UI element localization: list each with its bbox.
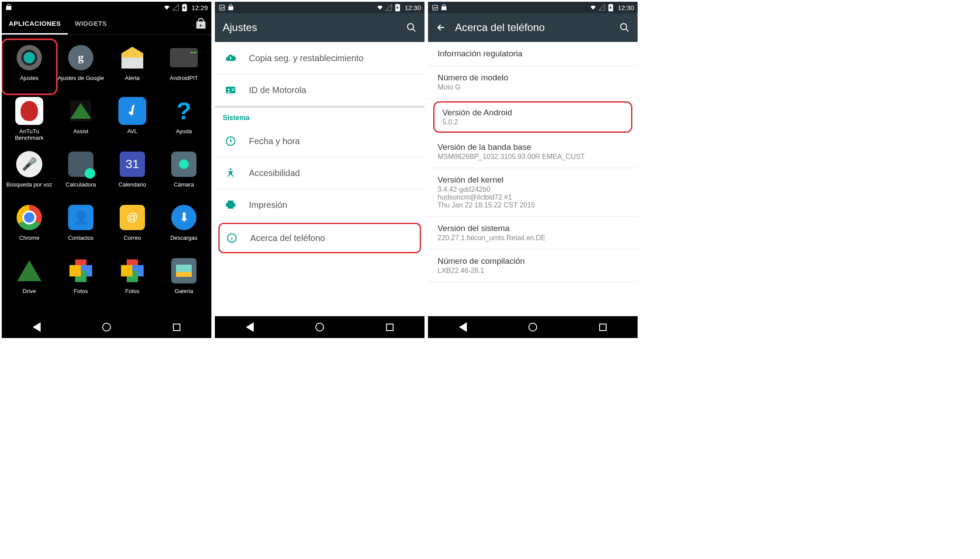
search-icon[interactable]: [406, 22, 417, 33]
svg-rect-8: [231, 89, 235, 90]
app-label: Búsqueda por voz: [7, 182, 52, 196]
app-voice[interactable]: 🎤Búsqueda por voz: [3, 148, 55, 199]
androidpit-icon: •• ••: [169, 43, 199, 72]
app-label: Chrome: [19, 235, 39, 249]
status-bar: 12:30: [428, 2, 638, 13]
app-camera[interactable]: Cámara: [158, 148, 210, 199]
app-calc[interactable]: Calculadora: [55, 148, 107, 199]
nav-recents-button[interactable]: [597, 322, 608, 332]
nav-recents-button[interactable]: [171, 322, 182, 332]
about-row-primary: Versión de Android: [442, 108, 623, 117]
about-row-secondary: MSM8626BP_1032.3105.93.00R EMEA_CUST: [438, 153, 628, 161]
app-label: Calculadora: [66, 182, 96, 196]
app-mail[interactable]: @Correo: [107, 201, 158, 252]
settings-row-accessibility[interactable]: Accesibilidad: [215, 157, 424, 189]
about-row-primary: Información regulatoria: [438, 49, 628, 59]
about-row[interactable]: Versión del kernel3.4.42-gdd242b0 hudson…: [428, 168, 638, 217]
app-antutu[interactable]: AnTuTu Benchmark: [3, 94, 55, 146]
search-icon[interactable]: [619, 22, 630, 33]
app-label: Fotos: [125, 288, 140, 302]
app-settings[interactable]: Ajustes: [3, 41, 55, 93]
screenshot-icon: [431, 4, 438, 11]
app-contacts[interactable]: 👤Contactos: [55, 201, 107, 252]
page-title: Acerca del teléfono: [455, 21, 611, 34]
app-label: AVL: [127, 128, 138, 142]
about-row[interactable]: Versión de la banda baseMSM8626BP_1032.3…: [428, 135, 638, 168]
settings-row-label: ID de Motorola: [249, 85, 306, 95]
settings-row-print[interactable]: Impresión: [215, 189, 424, 221]
about-row-secondary: 220.27.1.falcon_umts.Retail.en.DE: [438, 234, 628, 242]
nav-home-button[interactable]: [528, 322, 538, 332]
wifi-icon: [163, 4, 170, 11]
battery-charging-icon: [181, 4, 188, 11]
about-row[interactable]: Versión de Android5.0.2: [433, 101, 632, 133]
app-help[interactable]: ?Ayuda: [158, 94, 210, 146]
nav-back-button[interactable]: [31, 322, 42, 332]
tab-widgets[interactable]: WIDGETS: [68, 13, 114, 35]
about-row-primary: Versión del sistema: [438, 224, 628, 233]
app-photos[interactable]: Fotos: [55, 254, 107, 306]
settings-row-label: Acerca del teléfono: [250, 233, 325, 243]
app-assist[interactable]: Assist: [55, 94, 107, 146]
app-photos[interactable]: Fotos: [107, 254, 158, 306]
about-list[interactable]: Información regulatoriaNúmero de modeloM…: [428, 42, 638, 316]
clock-icon: [224, 135, 237, 147]
app-google-settings[interactable]: gAjustes de Google: [55, 41, 107, 93]
app-alert[interactable]: Alerta: [107, 41, 158, 93]
camera-icon: [169, 149, 199, 179]
toolbar: Acerca del teléfono: [428, 13, 638, 42]
svg-point-11: [230, 168, 231, 170]
about-row[interactable]: Número de compilaciónLXB22.46-28.1: [428, 249, 638, 282]
id-card-icon: [224, 84, 237, 96]
shop-badge-icon: [227, 4, 234, 11]
settings-row-backup[interactable]: Copia seg. y restablecimiento: [215, 42, 424, 74]
nav-recents-button[interactable]: [384, 322, 395, 332]
app-avl[interactable]: ✔AVL: [107, 94, 158, 146]
app-androidpit[interactable]: •• ••AndroidPIT: [158, 41, 210, 93]
nav-back-button[interactable]: [245, 322, 255, 332]
app-calendar[interactable]: 31Calendario: [107, 148, 158, 199]
accessibility-icon: [224, 167, 237, 179]
mail-icon: @: [117, 203, 147, 232]
settings-row-about-phone[interactable]: Acerca del teléfono: [218, 223, 421, 253]
status-clock: 12:29: [191, 4, 208, 11]
photos-icon: [66, 256, 96, 286]
app-drive[interactable]: Drive: [3, 254, 55, 306]
about-row[interactable]: Número de modeloMoto G: [428, 66, 638, 99]
app-label: Ajustes: [20, 75, 39, 89]
cell-signal-icon: [172, 4, 179, 11]
about-row-primary: Número de modelo: [438, 73, 628, 83]
app-grid[interactable]: AjustesgAjustes de GoogleAlerta•• ••Andr…: [2, 35, 211, 316]
wifi-icon: [590, 4, 597, 11]
app-gallery[interactable]: Galería: [158, 254, 210, 306]
about-row[interactable]: Versión del sistema220.27.1.falcon_umts.…: [428, 217, 638, 249]
screen-app-drawer: 12:29 APLICACIONES WIDGETS AjustesgAjust…: [2, 2, 211, 338]
about-row-secondary: Moto G: [438, 83, 628, 91]
settings-row-datetime[interactable]: Fecha y hora: [215, 125, 424, 157]
app-chrome[interactable]: Chrome: [3, 201, 55, 252]
tab-applications[interactable]: APLICACIONES: [2, 13, 68, 35]
play-store-icon[interactable]: [195, 18, 207, 30]
screenshot-icon: [218, 4, 225, 11]
settings-list[interactable]: Copia seg. y restablecimiento ID de Moto…: [215, 42, 424, 316]
app-label: AnTuTu Benchmark: [4, 128, 54, 142]
back-arrow-icon[interactable]: [436, 22, 446, 33]
settings-row-label: Copia seg. y restablecimiento: [249, 53, 363, 63]
about-row-primary: Número de compilación: [438, 256, 628, 266]
nav-home-button[interactable]: [314, 322, 325, 332]
section-header-sistema: Sistema: [215, 106, 424, 125]
app-label: Galería: [175, 288, 193, 302]
nav-back-button[interactable]: [458, 322, 468, 332]
app-label: AndroidPIT: [169, 75, 198, 89]
chrome-icon: [14, 203, 44, 232]
app-label: Ajustes de Google: [58, 75, 104, 89]
battery-charging-icon: [607, 4, 614, 11]
settings-row-motorola-id[interactable]: ID de Motorola: [215, 74, 424, 106]
nav-home-button[interactable]: [101, 322, 112, 332]
contacts-icon: 👤: [66, 203, 96, 232]
help-icon: ?: [169, 96, 199, 126]
drawer-tabs: APLICACIONES WIDGETS: [2, 13, 211, 35]
download-icon: ⬇: [169, 203, 199, 232]
about-row[interactable]: Información regulatoria: [428, 42, 638, 66]
app-download[interactable]: ⬇Descargas: [158, 201, 210, 252]
